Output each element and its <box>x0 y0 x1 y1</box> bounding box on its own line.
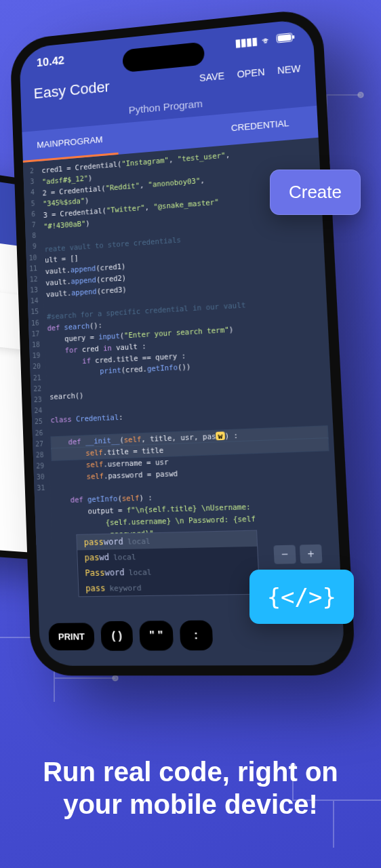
key-quotes[interactable]: " " <box>139 620 174 650</box>
autocomplete-popup[interactable]: passwordlocal paswdlocal Passwordlocal p… <box>76 530 260 597</box>
open-button[interactable]: OPEN <box>237 66 265 80</box>
autocomplete-item[interactable]: passkeyword <box>79 578 260 596</box>
svg-rect-7 <box>292 35 294 38</box>
tagline: Run real code, right on your mobile devi… <box>0 755 381 821</box>
status-time: 10.42 <box>37 54 65 71</box>
key-parentheses[interactable]: ( ) <box>100 621 133 651</box>
new-button[interactable]: NEW <box>277 63 301 76</box>
zoom-in-button[interactable]: + <box>300 545 323 564</box>
svg-point-2 <box>113 675 118 681</box>
zoom-out-button[interactable]: − <box>273 545 296 564</box>
create-badge: Create <box>270 170 361 215</box>
save-button[interactable]: SAVE <box>199 71 225 84</box>
code-badge: {</>} <box>249 570 354 624</box>
battery-icon <box>276 31 295 45</box>
app-title: Easy Coder <box>33 78 110 102</box>
wifi-icon: ᯤ <box>261 34 272 47</box>
signal-icon: ▮▮▮▮ <box>235 35 258 49</box>
key-print[interactable]: PRINT <box>48 623 94 650</box>
key-colon[interactable]: : <box>179 620 213 651</box>
svg-rect-6 <box>277 34 291 41</box>
svg-point-0 <box>358 92 363 98</box>
